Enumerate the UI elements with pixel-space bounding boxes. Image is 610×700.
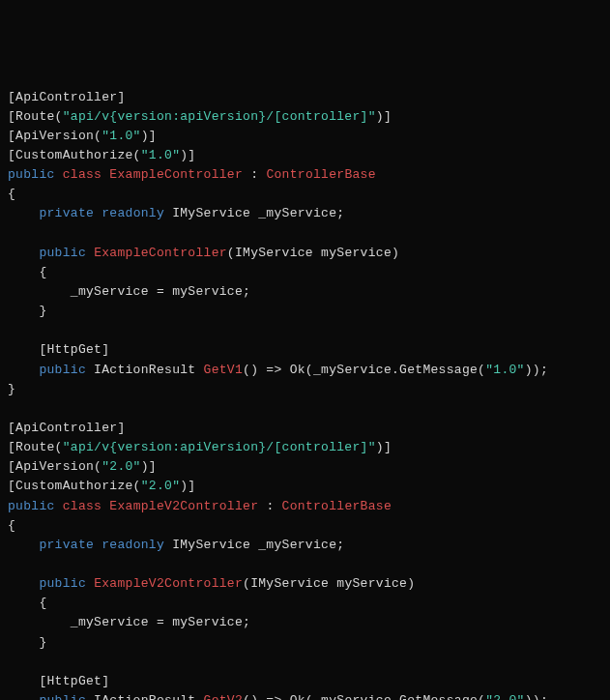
code-token: ));: [525, 363, 548, 377]
code-line: public ExampleController(IMyService mySe…: [8, 244, 602, 263]
code-token: "api/v{version:apiVersion}/[controller]": [63, 440, 376, 454]
code-line: [8, 555, 602, 574]
code-token: [86, 246, 94, 260]
code-token: private: [39, 206, 94, 220]
code-token: readonly: [102, 538, 164, 552]
code-token: (IMyService myService): [243, 576, 415, 591]
code-token: }: [8, 304, 47, 318]
code-token: "2.0": [102, 459, 141, 474]
code-line: [Route("api/v{version:apiVersion}/[contr…: [8, 107, 602, 127]
code-token: )]: [376, 109, 392, 124]
code-token: "api/v{version:apiVersion}/[controller]": [63, 109, 376, 124]
code-token: {: [8, 265, 47, 279]
code-token: readonly: [102, 206, 164, 220]
code-token: [CustomAuthorize(: [8, 148, 141, 162]
code-line: [ApiController]: [8, 419, 602, 438]
code-token: ControllerBase: [282, 499, 392, 513]
code-token: ExampleV2Controller: [94, 576, 243, 591]
code-token: [ApiController]: [8, 90, 126, 104]
code-token: )]: [141, 129, 157, 143]
code-token: [Route(: [8, 440, 63, 454]
code-token: _myService = myService;: [8, 284, 250, 299]
code-token: "1.0": [141, 148, 181, 162]
code-token: [ApiController]: [8, 421, 126, 435]
code-token: public: [39, 693, 86, 700]
code-token: ExampleController: [94, 246, 227, 260]
code-token: GetV1: [204, 363, 244, 377]
code-token: GetV2: [204, 693, 244, 700]
code-token: public: [39, 576, 86, 591]
code-token: )]: [180, 479, 195, 493]
code-token: class: [63, 499, 102, 513]
code-token: [86, 576, 94, 591]
code-line: public ExampleV2Controller(IMyService my…: [8, 574, 602, 594]
code-token: }: [8, 635, 47, 650]
code-token: )]: [180, 148, 195, 162]
code-line: {: [8, 516, 602, 536]
code-token: {: [8, 518, 15, 533]
code-line: _myService = myService;: [8, 282, 602, 302]
code-line: [8, 321, 602, 340]
code-line: public class ExampleController : Control…: [8, 165, 602, 185]
code-token: private: [39, 538, 94, 552]
code-token: [8, 206, 39, 220]
code-token: )]: [141, 459, 157, 474]
code-token: )]: [376, 440, 392, 454]
code-token: class: [63, 167, 102, 182]
code-token: :: [243, 167, 266, 182]
code-line: {: [8, 594, 602, 613]
code-line: public IActionResult GetV2() => Ok(_mySe…: [8, 691, 602, 700]
code-token: [8, 246, 39, 260]
code-token: [8, 538, 39, 552]
code-line: [CustomAuthorize("2.0")]: [8, 477, 602, 496]
code-token: ));: [525, 693, 548, 700]
code-token: [55, 499, 63, 513]
code-line: {: [8, 263, 602, 282]
code-token: "1.0": [485, 363, 525, 377]
code-token: [ApiVersion(: [8, 129, 102, 143]
code-token: IActionResult: [86, 693, 204, 700]
code-token: [CustomAuthorize(: [8, 479, 141, 493]
code-token: ExampleV2Controller: [109, 499, 258, 513]
code-line: [ApiVersion("2.0")]: [8, 457, 602, 477]
code-token: [Route(: [8, 109, 63, 124]
code-line: }: [8, 380, 602, 399]
code-token: () => Ok(_myService.GetMessage(: [243, 363, 485, 377]
code-line: private readonly IMyService _myService;: [8, 536, 602, 555]
code-token: }: [8, 382, 15, 396]
code-token: "1.0": [102, 129, 141, 143]
code-token: :: [258, 499, 281, 513]
code-line: [HttpGet]: [8, 340, 602, 360]
code-token: [8, 693, 39, 700]
code-line: [HttpGet]: [8, 672, 602, 691]
code-token: {: [8, 187, 15, 201]
code-block: [ApiController][Route("api/v{version:api…: [8, 88, 602, 700]
code-token: "2.0": [485, 693, 525, 700]
code-line: }: [8, 302, 602, 321]
code-token: _myService = myService;: [8, 615, 250, 629]
code-token: ExampleController: [109, 167, 243, 182]
code-line: public class ExampleV2Controller : Contr…: [8, 497, 602, 516]
code-token: (IMyService myService): [227, 246, 399, 260]
code-token: ControllerBase: [266, 167, 375, 182]
code-token: [8, 363, 39, 377]
code-token: public: [39, 246, 86, 260]
code-line: [Route("api/v{version:apiVersion}/[contr…: [8, 438, 602, 457]
code-line: }: [8, 633, 602, 653]
code-token: [HttpGet]: [8, 342, 109, 357]
code-line: {: [8, 185, 602, 204]
code-token: () => Ok(_myService.GetMessage(: [243, 693, 485, 700]
code-line: _myService = myService;: [8, 613, 602, 632]
code-token: [ApiVersion(: [8, 459, 102, 474]
code-token: "2.0": [141, 479, 181, 493]
code-token: IMyService _myService;: [164, 538, 344, 552]
code-line: [ApiController]: [8, 88, 602, 107]
code-line: [8, 224, 602, 244]
code-token: public: [39, 363, 86, 377]
code-token: public: [8, 167, 55, 182]
code-token: IActionResult: [86, 363, 204, 377]
code-line: public IActionResult GetV1() => Ok(_mySe…: [8, 361, 602, 380]
code-line: [CustomAuthorize("1.0")]: [8, 146, 602, 165]
code-token: public: [8, 499, 55, 513]
code-token: [8, 576, 39, 591]
